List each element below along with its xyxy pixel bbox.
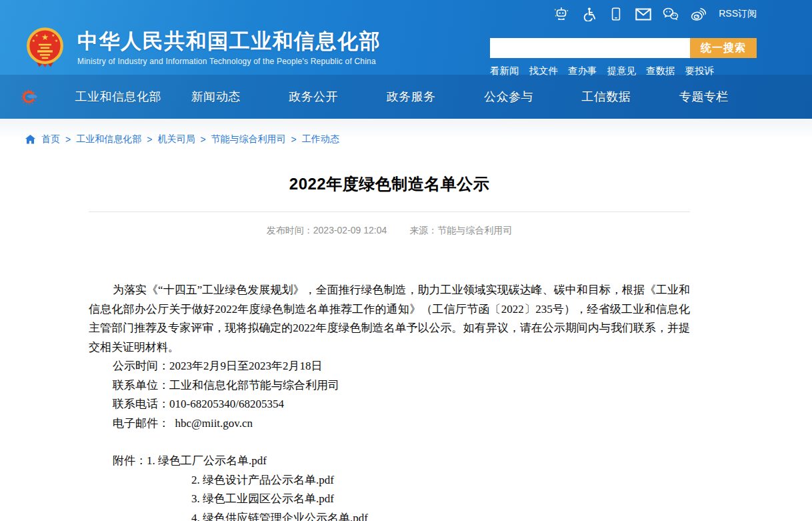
svg-text:★: ★	[55, 39, 58, 43]
site-title: 中华人民共和国工业和信息化部	[77, 29, 381, 53]
svg-text:★: ★	[51, 33, 55, 37]
nav-item[interactable]: 政务公开	[265, 89, 362, 105]
mail-icon[interactable]	[635, 6, 651, 22]
search-input[interactable]	[490, 38, 690, 58]
nav-item[interactable]: 公众参与	[460, 89, 557, 105]
attachment-link[interactable]: 2. 绿色设计产品公示名单.pdf	[191, 474, 334, 486]
search-area: 统一搜索 看新闻找文件查办事提意见查数据要投诉	[490, 38, 757, 77]
breadcrumb-item: 工作动态 >	[302, 133, 339, 145]
mobile-icon[interactable]	[608, 6, 624, 22]
attachment-link[interactable]: 3. 绿色工业园区公示名单.pdf	[191, 492, 334, 505]
nav-item[interactable]: 新闻动态	[167, 89, 264, 105]
article-source: 来源：节能与综合利用司	[409, 225, 512, 235]
breadcrumb-item: 节能与综合利用司 >	[211, 133, 297, 145]
article-meta: 发布时间：2023-02-09 12:04 来源：节能与综合利用司	[89, 225, 690, 237]
breadcrumb-separator: >	[147, 134, 152, 145]
breadcrumb-separator: >	[291, 134, 297, 145]
title-divider	[89, 211, 690, 212]
publish-time: 发布时间：2023-02-09 12:04	[267, 225, 387, 235]
contact-info-line: 公示时间：2023年2月9日至2023年2月18日	[89, 357, 690, 376]
home-icon[interactable]	[25, 134, 36, 145]
breadcrumb-item: 工业和信息化部 >	[76, 133, 152, 145]
breadcrumb-link[interactable]: 首页	[41, 133, 60, 145]
breadcrumb-separator: >	[200, 134, 205, 145]
attachments-label: 附件：	[113, 452, 147, 471]
breadcrumb-item: 首页 >	[41, 133, 71, 145]
attachments-block: 附件： 1. 绿色工厂公示名单.pdf2. 绿色设计产品公示名单.pdf3. 绿…	[89, 452, 690, 521]
breadcrumb: 首页 > 工业和信息化部 > 机关司局 > 节能与综合利用司 > 工作动态 >	[0, 119, 812, 145]
attachment-link[interactable]: 1. 绿色工厂公示名单.pdf	[147, 454, 267, 467]
nav-item[interactable]: 工业和信息化部	[69, 89, 167, 105]
article-paragraph: 为落实《“十四五”工业绿色发展规划》，全面推行绿色制造，助力工业领域实现碳达峰、…	[89, 281, 690, 357]
unified-search-button[interactable]: 统一搜索	[690, 38, 757, 58]
svg-text:★: ★	[41, 33, 49, 42]
topbar-utilities: RSS订阅	[553, 6, 757, 22]
weibo-icon[interactable]	[690, 6, 706, 22]
breadcrumb-item: 机关司局 >	[157, 133, 205, 145]
ai-assistant-icon[interactable]	[553, 6, 569, 22]
breadcrumb-link[interactable]: 工作动态	[302, 133, 339, 145]
national-emblem-icon: ★ ★ ★ ★ ★	[24, 27, 66, 69]
article-title: 2022年度绿色制造名单公示	[89, 173, 690, 195]
breadcrumb-separator: >	[65, 134, 71, 145]
main-content: 首页 > 工业和信息化部 > 机关司局 > 节能与综合利用司 > 工作动态 > …	[0, 119, 812, 521]
nav-item[interactable]: 工信数据	[557, 89, 655, 105]
wechat-icon[interactable]	[663, 6, 679, 22]
miit-spiral-logo-icon[interactable]	[20, 87, 39, 106]
breadcrumb-link[interactable]: 节能与综合利用司	[211, 133, 286, 145]
article: 2022年度绿色制造名单公示 发布时间：2023-02-09 12:04 来源：…	[89, 173, 690, 521]
main-nav: 工业和信息化部新闻动态政务公开政务服务公众参与工信数据专题专栏	[0, 75, 812, 119]
breadcrumb-link[interactable]: 机关司局	[157, 133, 195, 145]
attachment-row: 4. 绿色供应链管理企业公示名单.pdf	[191, 509, 368, 521]
contact-info-line: 联系单位：工业和信息化部节能与综合利用司	[89, 376, 690, 396]
attachment-row: 2. 绿色设计产品公示名单.pdf	[191, 471, 368, 490]
contact-info-line: 电子邮件： hbc@miit.gov.cn	[89, 414, 690, 434]
attachment-link[interactable]: 4. 绿色供应链管理企业公示名单.pdf	[191, 512, 368, 521]
site-header: RSS订阅 ★ ★ ★ ★ ★ 中华人民共和国工业和信息化部 Ministry …	[0, 0, 812, 119]
svg-text:★: ★	[35, 33, 39, 37]
contact-info-line: 联系电话：010-68205340/68205354	[89, 395, 690, 414]
attachment-row: 1. 绿色工厂公示名单.pdf	[147, 452, 368, 471]
svg-text:★: ★	[32, 39, 35, 43]
attachment-row: 3. 绿色工业园区公示名单.pdf	[191, 490, 368, 509]
site-brand[interactable]: ★ ★ ★ ★ ★ 中华人民共和国工业和信息化部 Ministry of Ind…	[24, 27, 381, 69]
rss-subscribe-link[interactable]: RSS订阅	[719, 8, 757, 20]
article-body: 为落实《“十四五”工业绿色发展规划》，全面推行绿色制造，助力工业领域实现碳达峰、…	[89, 281, 690, 521]
site-subtitle: Ministry of Industry and Information Tec…	[77, 57, 381, 66]
accessibility-icon[interactable]	[581, 6, 597, 22]
breadcrumb-link[interactable]: 工业和信息化部	[76, 133, 141, 145]
nav-item[interactable]: 专题专栏	[655, 89, 753, 105]
nav-item[interactable]: 政务服务	[362, 89, 459, 105]
